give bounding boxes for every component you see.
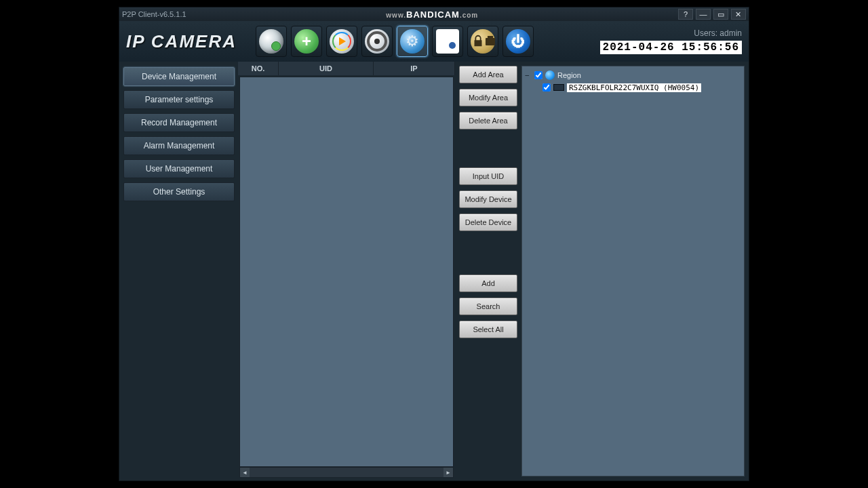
- window-controls: ? — ▭ ✕: [678, 9, 746, 20]
- device-list-scrollbar[interactable]: ◄ ►: [239, 467, 454, 478]
- maximize-button[interactable]: ▭: [713, 9, 728, 20]
- toolbar-add-device[interactable]: +: [291, 26, 322, 57]
- device-list-body[interactable]: [239, 77, 454, 467]
- power-icon: ⏻: [506, 29, 530, 54]
- tree-root-row[interactable]: − Region: [525, 69, 741, 81]
- header-right: Users: admin 2021-04-26 15:56:56: [600, 28, 742, 54]
- device-list-panel: NO. UID IP ◄ ►: [238, 62, 455, 481]
- sidebar-item-label: Device Management: [142, 72, 216, 81]
- sidebar-item-label: Other Settings: [153, 187, 205, 197]
- toolbar-power[interactable]: ⏻: [502, 26, 534, 57]
- toolbar: +⏻: [256, 26, 534, 57]
- sidebar-item-alarm-management[interactable]: Alarm Management: [123, 136, 235, 155]
- datetime-display: 2021-04-26 15:56:56: [600, 41, 742, 54]
- modify-area-button[interactable]: Modify Area: [459, 89, 517, 106]
- bandicam-watermark: www.BANDICAM.com: [386, 9, 478, 20]
- sidebar-item-other-settings[interactable]: Other Settings: [123, 182, 235, 201]
- add-icon: +: [294, 29, 319, 54]
- sidebar-item-label: User Management: [146, 164, 213, 174]
- tree-child-checkbox[interactable]: [542, 83, 551, 92]
- log-icon: [436, 29, 459, 54]
- title-bar: P2P Client-v6.5.1.1 www.BANDICAM.com ? —…: [119, 7, 749, 21]
- col-header-no[interactable]: NO.: [238, 62, 279, 75]
- record-icon: [365, 29, 389, 54]
- settings-sidebar: Device ManagementParameter settingsRecor…: [119, 62, 238, 481]
- tree-child-label: RSZGKBLFOLR22C7WUXIQ (HW0054): [567, 83, 701, 92]
- sidebar-item-label: Alarm Management: [144, 141, 215, 150]
- input-uid-button[interactable]: Input UID: [459, 167, 517, 185]
- toolbar-live-view[interactable]: [256, 26, 287, 57]
- scroll-left-icon[interactable]: ◄: [240, 468, 250, 477]
- search-button[interactable]: Search: [459, 298, 517, 315]
- scroll-right-icon[interactable]: ►: [443, 468, 453, 477]
- app-title: P2P Client-v6.5.1.1: [122, 10, 186, 18]
- delete-area-button[interactable]: Delete Area: [459, 112, 517, 129]
- sidebar-item-label: Record Management: [141, 118, 217, 127]
- col-header-ip[interactable]: IP: [374, 62, 455, 75]
- tree-collapse-icon[interactable]: −: [525, 71, 532, 80]
- settings-icon: [400, 29, 425, 54]
- tree-root-checkbox[interactable]: [534, 71, 542, 79]
- globe-icon: [545, 70, 555, 80]
- main-area: Device ManagementParameter settingsRecor…: [119, 62, 749, 481]
- toolbar-settings[interactable]: [397, 26, 428, 57]
- app-logo: IP CAMERA: [126, 31, 237, 52]
- webcam-icon: [259, 29, 283, 54]
- header: IP CAMERA +⏻ Users: admin 2021-04-26 15:…: [119, 21, 749, 62]
- minimize-button[interactable]: —: [696, 9, 711, 20]
- add-button[interactable]: Add: [459, 274, 517, 292]
- close-button[interactable]: ✕: [731, 9, 746, 20]
- action-button-column: Add AreaModify AreaDelete AreaInput UIDM…: [455, 62, 521, 481]
- select-all-button[interactable]: Select All: [459, 321, 517, 338]
- sidebar-item-label: Parameter settings: [145, 95, 214, 104]
- app-window: P2P Client-v6.5.1.1 www.BANDICAM.com ? —…: [119, 7, 749, 481]
- toolbar-record[interactable]: [361, 26, 393, 57]
- toolbar-log[interactable]: [432, 26, 463, 57]
- toolbar-lock[interactable]: [467, 26, 498, 57]
- sidebar-item-record-management[interactable]: Record Management: [123, 113, 235, 132]
- region-tree[interactable]: − Region RSZGKBLFOLR22C7WUXIQ (HW0054): [521, 66, 745, 476]
- col-header-uid[interactable]: UID: [279, 62, 374, 75]
- tree-child-row[interactable]: RSZGKBLFOLR22C7WUXIQ (HW0054): [525, 81, 741, 94]
- sidebar-item-parameter-settings[interactable]: Parameter settings: [123, 90, 235, 109]
- lock-icon: [471, 29, 495, 54]
- modify-device-button[interactable]: Modify Device: [459, 190, 517, 208]
- playback-icon: [330, 29, 354, 54]
- user-info: Users: admin: [694, 28, 742, 38]
- add-area-button[interactable]: Add Area: [459, 66, 517, 83]
- sidebar-item-device-management[interactable]: Device Management: [123, 67, 235, 86]
- device-list-header: NO. UID IP: [238, 62, 455, 75]
- delete-device-button[interactable]: Delete Device: [459, 214, 517, 231]
- tree-root-label: Region: [557, 71, 581, 79]
- device-icon: [553, 84, 564, 91]
- help-button[interactable]: ?: [678, 9, 693, 20]
- sidebar-item-user-management[interactable]: User Management: [123, 159, 235, 178]
- toolbar-playback[interactable]: [326, 26, 357, 57]
